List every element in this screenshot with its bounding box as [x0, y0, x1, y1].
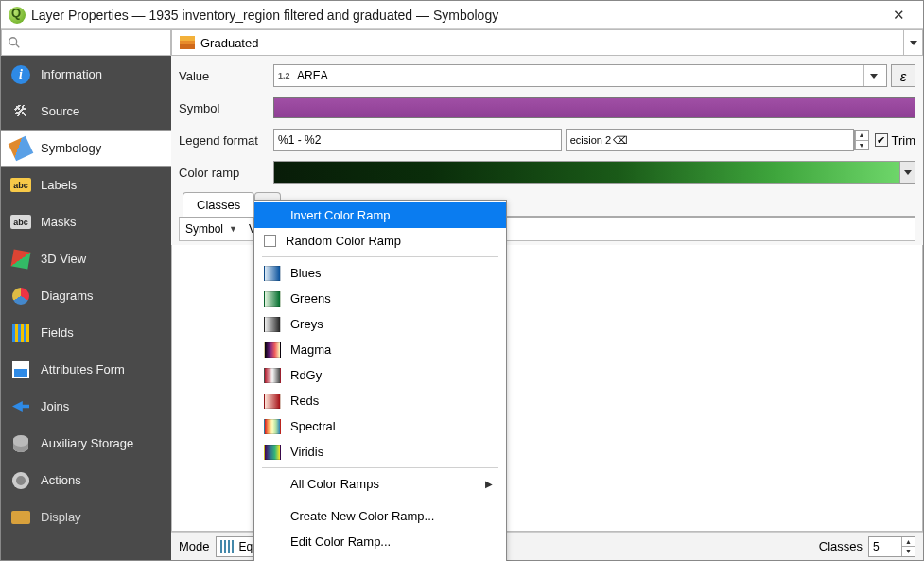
sidebar-item-joins[interactable]: Joins — [1, 388, 171, 425]
paintbrush-icon — [10, 138, 31, 159]
menu-item-save-color-ramp[interactable]: Save Color Ramp... — [254, 554, 506, 561]
menu-item-spacer — [264, 509, 281, 524]
titlebar: Layer Properties — 1935 inventory_region… — [1, 1, 923, 29]
window-title: Layer Properties — 1935 inventory_region… — [31, 8, 881, 23]
menu-item-create-new-color-ramp[interactable]: Create New Color Ramp... — [254, 503, 506, 529]
legend-format-row: Legend format %1 - %2 ecision 2 ⌫ ▲▼ ✔ T… — [179, 126, 915, 154]
sidebar-item-labels[interactable]: abc Labels — [1, 167, 171, 203]
spin-up-icon[interactable]: ▲ — [855, 131, 868, 141]
sidebar-item-display[interactable]: Display — [1, 499, 171, 535]
database-icon — [10, 433, 31, 454]
menu-separator — [262, 467, 498, 468]
column-symbol[interactable]: Symbol — [185, 222, 223, 236]
cube-icon — [10, 249, 31, 270]
colorramp-row: Color ramp — [179, 158, 915, 186]
menu-item-greys[interactable]: Greys — [254, 311, 506, 337]
sidebar-item-label: Display — [41, 510, 81, 524]
menu-item-invert-color-ramp[interactable]: Invert Color Ramp — [254, 202, 506, 228]
menu-item-label: Edit Color Ramp... — [290, 535, 391, 549]
legend-format-text: %1 - %2 — [278, 133, 321, 147]
sidebar-item-label: Information — [41, 67, 102, 81]
sidebar-item-label: Attributes Form — [41, 362, 125, 377]
precision-spin-buttons[interactable]: ▲▼ — [854, 130, 869, 150]
joins-icon — [10, 396, 31, 417]
sidebar-item-label: Labels — [41, 178, 77, 192]
sort-indicator-icon[interactable]: ▼ — [229, 224, 237, 234]
ramp-swatch-icon — [264, 419, 281, 434]
menu-item-blues[interactable]: Blues — [254, 260, 506, 286]
sidebar-item-label: Diagrams — [41, 289, 94, 303]
classes-spinbox[interactable]: 5 ▲▼ — [868, 536, 915, 557]
sidebar-item-3dview[interactable]: 3D View — [1, 240, 171, 277]
tab-label: Classes — [197, 198, 240, 212]
labels-icon: abc — [10, 175, 31, 196]
menu-item-random-color-ramp[interactable]: Random Color Ramp — [254, 228, 506, 254]
colorramp-button[interactable] — [273, 161, 915, 184]
menu-item-greens[interactable]: Greens — [254, 286, 506, 311]
sidebar-item-source[interactable]: 🛠 Source — [1, 93, 171, 130]
sidebar-item-masks[interactable]: abc Masks — [1, 203, 171, 240]
sidebar-item-label: Joins — [41, 399, 69, 413]
chevron-down-icon — [910, 41, 917, 45]
search-icon — [8, 36, 21, 49]
tab-classes[interactable]: Classes — [183, 192, 254, 217]
window-close-button[interactable]: ✕ — [881, 7, 915, 24]
menu-item-label: Reds — [290, 394, 319, 408]
gear-icon — [10, 470, 31, 491]
ramp-swatch-icon — [264, 291, 281, 307]
spin-down-icon[interactable]: ▼ — [901, 547, 915, 556]
sidebar-items: i Information 🛠 Source Symbology abc Lab… — [1, 56, 171, 560]
menu-item-magma[interactable]: Magma — [254, 337, 506, 362]
mode-label: Mode — [179, 539, 210, 553]
sidebar-item-label: Actions — [41, 473, 81, 487]
spin-down-icon[interactable]: ▼ — [855, 141, 868, 150]
sidebar-item-label: Source — [41, 104, 79, 118]
svg-point-0 — [9, 38, 17, 45]
legend-format-label: Legend format — [179, 133, 273, 148]
sidebar-item-label: 3D View — [41, 252, 86, 266]
symbol-swatch-button[interactable] — [273, 97, 915, 118]
menu-item-reds[interactable]: Reds — [254, 388, 506, 413]
value-field-text: AREA — [297, 69, 328, 82]
sidebar-search-input[interactable] — [1, 29, 171, 56]
clear-icon[interactable]: ⌫ — [613, 134, 628, 147]
menu-item-label: Create New Color Ramp... — [290, 509, 434, 523]
menu-item-spacer — [264, 535, 281, 550]
sidebar-item-symbology[interactable]: Symbology — [1, 130, 171, 167]
legend-format-input[interactable]: %1 - %2 — [273, 129, 562, 151]
menu-item-spectral[interactable]: Spectral — [254, 413, 506, 439]
colorramp-dropdown-button[interactable] — [899, 162, 915, 183]
value-field-dropdown-button[interactable] — [863, 65, 882, 86]
chevron-down-icon — [870, 74, 878, 79]
ramp-swatch-icon — [264, 368, 281, 383]
sidebar-item-actions[interactable]: Actions — [1, 462, 171, 499]
precision-spinbox[interactable]: ecision 2 ⌫ — [566, 129, 854, 151]
ramp-swatch-icon — [264, 445, 281, 460]
classes-label: Classes — [819, 539, 863, 553]
colorramp-context-menu[interactable]: Invert Color RampRandom Color RampBluesG… — [253, 200, 507, 561]
renderer-dropdown-button[interactable] — [903, 30, 922, 55]
classes-value: 5 — [873, 540, 880, 553]
masks-icon: abc — [10, 212, 31, 233]
sidebar-item-attributes-form[interactable]: Attributes Form — [1, 351, 171, 388]
menu-item-all-color-ramps[interactable]: All Color Ramps▶ — [254, 471, 506, 497]
menu-item-viridis[interactable]: Viridis — [254, 439, 506, 465]
precision-text: ecision 2 — [570, 134, 611, 146]
value-field-combo[interactable]: 1.2 AREA — [273, 64, 887, 87]
sidebar-item-diagrams[interactable]: Diagrams — [1, 277, 171, 314]
renderer-combo[interactable]: Graduated — [171, 29, 923, 56]
folder-icon — [10, 507, 31, 528]
sidebar-item-auxiliary-storage[interactable]: Auxiliary Storage — [1, 425, 171, 462]
trim-checkbox[interactable]: ✔ — [875, 133, 888, 147]
menu-item-edit-color-ramp[interactable]: Edit Color Ramp... — [254, 529, 506, 554]
menu-item-rdgy[interactable]: RdGy — [254, 362, 506, 388]
sidebar-item-label: Auxiliary Storage — [41, 436, 133, 450]
sidebar-item-fields[interactable]: Fields — [1, 314, 171, 351]
spin-up-icon[interactable]: ▲ — [901, 537, 915, 548]
sidebar-item-label: Fields — [41, 325, 74, 340]
checkbox-icon — [264, 235, 276, 247]
sidebar-item-label: Masks — [41, 215, 77, 229]
menu-item-label: Magma — [290, 342, 331, 357]
expression-builder-button[interactable]: ε — [891, 64, 915, 87]
sidebar-item-information[interactable]: i Information — [1, 56, 171, 93]
